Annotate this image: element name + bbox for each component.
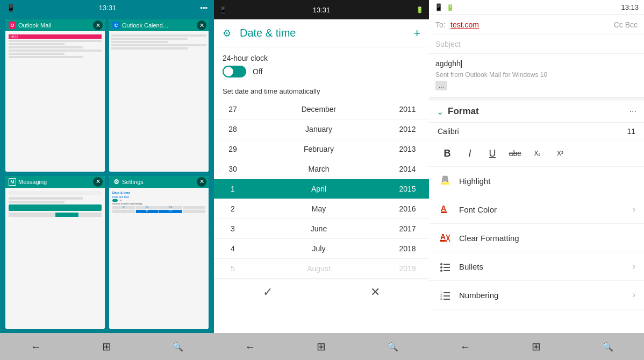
clear-formatting-option[interactable]: A Clear Formatting [429, 224, 644, 252]
panel2-titlebar: ⚙ Date & time + [214, 19, 429, 47]
clock-format-section: 24-hour clock Off [214, 47, 429, 84]
time-panel1: 13:31 [99, 4, 117, 12]
day-1-selected[interactable]: 1 [214, 179, 252, 199]
svg-rect-11 [443, 264, 450, 265]
day-5[interactable]: 5 [214, 259, 252, 279]
back-button-panel3[interactable]: ← [449, 336, 481, 357]
month-may[interactable]: May [252, 199, 386, 219]
subscript-button[interactable]: X₂ [528, 144, 547, 163]
close-mail-button[interactable]: ✕ [93, 20, 103, 30]
day-30[interactable]: 30 [214, 159, 252, 179]
format-more-button[interactable]: ··· [629, 107, 636, 116]
year-2015-selected[interactable]: 2015 [386, 179, 429, 199]
bold-button[interactable]: B [438, 144, 457, 163]
year-2018[interactable]: 2018 [386, 239, 429, 259]
app-card-label-messaging: Messaging [18, 179, 47, 185]
subject-field[interactable]: Subject [435, 40, 461, 48]
svg-point-10 [440, 263, 442, 265]
day-3[interactable]: 3 [214, 219, 252, 239]
app-card-header-settings: ⚙ Settings ✕ [109, 176, 209, 188]
svg-point-12 [440, 266, 442, 269]
app-card-header-mail: O Outlook Mail ✕ [5, 19, 105, 31]
year-2011[interactable]: 2011 [386, 100, 429, 119]
month-march[interactable]: March [252, 159, 386, 179]
email-compose: To: test.com Cc Bcc Subject agdghh Sent … [429, 15, 644, 97]
day-2[interactable]: 2 [214, 199, 252, 219]
app-card-label-settings: Settings [122, 179, 144, 185]
home-button-panel3[interactable]: ⊞ [521, 336, 552, 357]
month-december[interactable]: December [252, 100, 386, 119]
format-buttons-row: B I U abc X₂ X² [429, 140, 644, 167]
close-messaging-button[interactable]: ✕ [93, 177, 103, 187]
month-february[interactable]: February [252, 139, 386, 159]
font-color-arrow: › [633, 204, 635, 214]
strikethrough-button[interactable]: abc [505, 144, 525, 163]
font-size-label[interactable]: 11 [627, 127, 635, 136]
outlook-mail-icon: O [9, 22, 16, 29]
back-button-panel2[interactable]: ← [234, 336, 266, 357]
month-january[interactable]: January [252, 119, 386, 139]
phone-icon-panel3: 📱 [434, 3, 443, 11]
font-name-label[interactable]: Calibri [438, 127, 459, 136]
clock-format-label: 24-hour clock [223, 54, 420, 62]
date-confirm-row: ✓ ✕ [214, 279, 429, 305]
highlight-option[interactable]: Highlight [429, 167, 644, 195]
clear-formatting-icon: A [438, 230, 453, 245]
auto-time-label: Set date and time automatically [214, 84, 429, 100]
year-2014[interactable]: 2014 [386, 159, 429, 179]
home-button-panel1[interactable]: ⊞ [91, 336, 122, 357]
year-2017[interactable]: 2017 [386, 219, 429, 239]
svg-rect-15 [443, 270, 450, 271]
day-29[interactable]: 29 [214, 139, 252, 159]
year-2013[interactable]: 2013 [386, 139, 429, 159]
numbering-arrow: › [633, 290, 635, 300]
signature-ellipsis[interactable]: ... [435, 81, 447, 90]
day-27[interactable]: 27 [214, 100, 252, 119]
outlook-calendar-icon: C [112, 22, 120, 29]
panel1-nav: ← ⊞ 🔍 [0, 333, 214, 360]
month-june[interactable]: June [252, 219, 386, 239]
year-2019[interactable]: 2019 [386, 259, 429, 279]
app-card-messaging[interactable]: M Messaging ✕ [5, 176, 105, 329]
email-body[interactable]: agdghh Sent from Outlook Mail for Window… [429, 54, 644, 97]
month-august[interactable]: August [252, 259, 386, 279]
numbering-icon: 1. 2. 3. [438, 287, 453, 302]
close-calendar-button[interactable]: ✕ [197, 20, 206, 30]
settings-gear-icon: ⚙ [223, 27, 234, 39]
year-2012[interactable]: 2012 [386, 119, 429, 139]
day-28[interactable]: 28 [214, 119, 252, 139]
mail-preview: INBOX [5, 31, 105, 172]
email-format-panel: 📱 🔋 13:13 To: test.com Cc Bcc Subject ag… [429, 0, 644, 360]
numbering-option[interactable]: 1. 2. 3. Numbering › [429, 281, 644, 309]
search-button-panel2[interactable]: 🔍 [377, 337, 409, 356]
app-card-outlook-mail[interactable]: O Outlook Mail ✕ INBOX [5, 19, 105, 172]
app-card-settings[interactable]: ⚙ Settings ✕ Date & time Date and time O… [109, 176, 209, 329]
add-button[interactable]: + [413, 26, 420, 40]
back-button-panel1[interactable]: ← [20, 336, 52, 357]
search-button-panel3[interactable]: 🔍 [592, 337, 624, 356]
close-settings-button[interactable]: ✕ [197, 177, 206, 187]
day-4[interactable]: 4 [214, 239, 252, 259]
cancel-date-button[interactable]: ✕ [354, 281, 396, 303]
underline-button[interactable]: U [483, 144, 502, 163]
home-button-panel2[interactable]: ⊞ [306, 336, 337, 357]
confirm-date-button[interactable]: ✓ [247, 281, 289, 303]
date-time-content: 24-hour clock Off Set date and time auto… [214, 47, 429, 333]
svg-rect-19 [443, 295, 450, 297]
year-2016[interactable]: 2016 [386, 199, 429, 219]
panel2-status-bar: 📱 13:31 🔋 [214, 0, 429, 19]
italic-button[interactable]: I [460, 144, 480, 163]
app-card-outlook-calendar[interactable]: C Outlook Calend… ✕ [109, 19, 209, 172]
clock-toggle-switch[interactable] [223, 66, 246, 77]
month-july[interactable]: July [252, 239, 386, 259]
panel2-nav: ← ⊞ 🔍 [214, 333, 429, 360]
bullets-option[interactable]: Bullets › [429, 252, 644, 281]
font-color-option[interactable]: A Font Color › [429, 195, 644, 224]
superscript-button[interactable]: X² [550, 144, 570, 163]
app-cards-grid: O Outlook Mail ✕ INBOX C Outlo [0, 15, 214, 333]
search-button-panel1[interactable]: 🔍 [162, 337, 194, 356]
month-april-selected[interactable]: April [252, 179, 386, 199]
cc-bcc-button[interactable]: Cc Bcc [614, 20, 638, 29]
to-value[interactable]: test.com [450, 20, 614, 29]
email-subject-row: Subject [429, 34, 644, 54]
